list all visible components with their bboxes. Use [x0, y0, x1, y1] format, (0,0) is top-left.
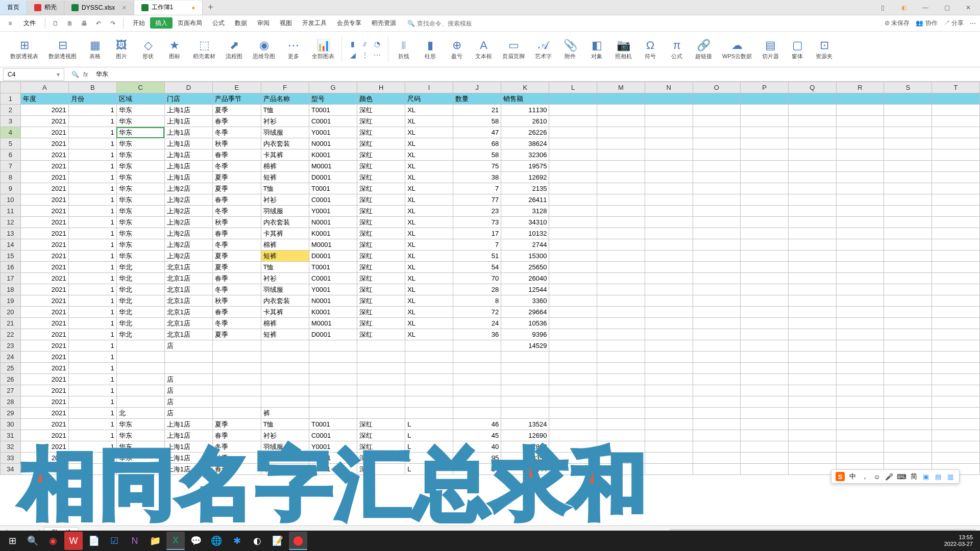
- cell[interactable]: 冬季: [213, 161, 261, 172]
- cell[interactable]: [884, 307, 932, 318]
- cell[interactable]: 2021: [20, 295, 68, 307]
- cell[interactable]: [884, 228, 932, 239]
- cell[interactable]: [788, 464, 836, 475]
- cell[interactable]: 1: [68, 206, 116, 217]
- cell[interactable]: 羽绒服: [261, 441, 309, 453]
- cell[interactable]: [788, 127, 836, 138]
- ribbon-对象[interactable]: ◧对象: [583, 38, 610, 60]
- cell[interactable]: 华东: [116, 453, 164, 464]
- line-chart-icon[interactable]: ⫽: [359, 39, 371, 49]
- cell[interactable]: 32306: [501, 149, 549, 161]
- cell[interactable]: [693, 329, 741, 340]
- cell[interactable]: [788, 251, 836, 262]
- col-header-N[interactable]: N: [645, 82, 693, 93]
- close-icon[interactable]: ×: [122, 4, 126, 12]
- cell[interactable]: [693, 206, 741, 217]
- tab-doc-0[interactable]: 稻壳: [27, 1, 64, 15]
- col-header-K[interactable]: K: [501, 82, 549, 93]
- cell[interactable]: [645, 419, 693, 430]
- cell[interactable]: 上海1店: [164, 453, 212, 464]
- cell[interactable]: C0001: [309, 116, 357, 127]
- cell[interactable]: [932, 251, 980, 262]
- cell[interactable]: 春季: [213, 273, 261, 284]
- cell[interactable]: XL: [405, 149, 453, 161]
- notepad-icon[interactable]: 📄: [85, 532, 103, 550]
- cell[interactable]: 26226: [501, 127, 549, 138]
- cell[interactable]: 2021: [20, 116, 68, 127]
- cell[interactable]: 70: [453, 273, 501, 284]
- cell[interactable]: 2021: [20, 453, 68, 464]
- cell[interactable]: [932, 318, 980, 329]
- cell[interactable]: [788, 239, 836, 251]
- cell[interactable]: 1: [68, 295, 116, 307]
- cell[interactable]: [836, 408, 884, 419]
- cell[interactable]: 23: [453, 206, 501, 217]
- cell[interactable]: [741, 441, 789, 453]
- cell[interactable]: 2021: [20, 262, 68, 273]
- cell[interactable]: [884, 149, 932, 161]
- cell[interactable]: [597, 116, 645, 127]
- cell[interactable]: 2021: [20, 217, 68, 228]
- ribbon-附件[interactable]: 📎附件: [557, 38, 583, 60]
- cell[interactable]: [884, 217, 932, 228]
- cell[interactable]: 2021: [20, 385, 68, 396]
- cell[interactable]: 春季: [213, 116, 261, 127]
- cell[interactable]: 内衣套装: [261, 138, 309, 149]
- cell[interactable]: 秋季: [213, 217, 261, 228]
- cell[interactable]: [932, 217, 980, 228]
- cell[interactable]: [884, 295, 932, 307]
- cell[interactable]: 26040: [501, 273, 549, 284]
- cell[interactable]: [549, 194, 597, 206]
- cell[interactable]: 25650: [501, 262, 549, 273]
- col-header-P[interactable]: P: [741, 82, 789, 93]
- cell[interactable]: [836, 396, 884, 408]
- cell[interactable]: 深红: [357, 430, 405, 441]
- cell[interactable]: [645, 116, 693, 127]
- cell[interactable]: 2021: [20, 318, 68, 329]
- cell[interactable]: T恤: [261, 105, 309, 116]
- cell[interactable]: [788, 105, 836, 116]
- cell[interactable]: 冬季: [213, 284, 261, 295]
- cell[interactable]: 19575: [501, 161, 549, 172]
- cell[interactable]: [213, 408, 261, 419]
- ribbon-折线[interactable]: ⫴折线: [390, 38, 417, 60]
- col-header-Q[interactable]: Q: [788, 82, 836, 93]
- cell[interactable]: [693, 464, 741, 475]
- cell[interactable]: [213, 374, 261, 385]
- table-header-cell[interactable]: 型号: [309, 93, 357, 105]
- titlebar-box-icon[interactable]: ▯: [875, 1, 890, 15]
- cell[interactable]: [549, 116, 597, 127]
- ime-keyboard-icon[interactable]: ⌨: [897, 472, 906, 481]
- ribbon-符号[interactable]: Ω符号: [637, 38, 664, 60]
- ime-simp-icon[interactable]: 简: [909, 472, 918, 481]
- cell[interactable]: [213, 352, 261, 363]
- cell[interactable]: [884, 396, 932, 408]
- cell[interactable]: [741, 295, 789, 307]
- cell[interactable]: 华北: [116, 273, 164, 284]
- cell[interactable]: 3360: [501, 295, 549, 307]
- cell[interactable]: XL: [405, 127, 453, 138]
- cell[interactable]: 12690: [501, 430, 549, 441]
- cell[interactable]: 深红: [357, 441, 405, 453]
- cell[interactable]: [405, 340, 453, 352]
- cell[interactable]: 1: [68, 363, 116, 374]
- cell[interactable]: [645, 363, 693, 374]
- cell[interactable]: [932, 284, 980, 295]
- cell[interactable]: 1: [68, 441, 116, 453]
- cell[interactable]: 1: [68, 408, 116, 419]
- cell[interactable]: [741, 408, 789, 419]
- cell[interactable]: L: [405, 453, 453, 464]
- cell[interactable]: 华东: [116, 419, 164, 430]
- cell[interactable]: XL: [405, 206, 453, 217]
- cell[interactable]: [836, 251, 884, 262]
- row-header-30[interactable]: 30: [1, 419, 21, 430]
- cell[interactable]: [741, 318, 789, 329]
- cell[interactable]: 10536: [501, 318, 549, 329]
- row-header-34[interactable]: 34: [1, 464, 21, 475]
- cell[interactable]: [213, 340, 261, 352]
- cell[interactable]: [741, 239, 789, 251]
- cell[interactable]: T恤: [261, 183, 309, 194]
- cell[interactable]: [836, 172, 884, 183]
- cell[interactable]: [549, 363, 597, 374]
- cell[interactable]: [645, 340, 693, 352]
